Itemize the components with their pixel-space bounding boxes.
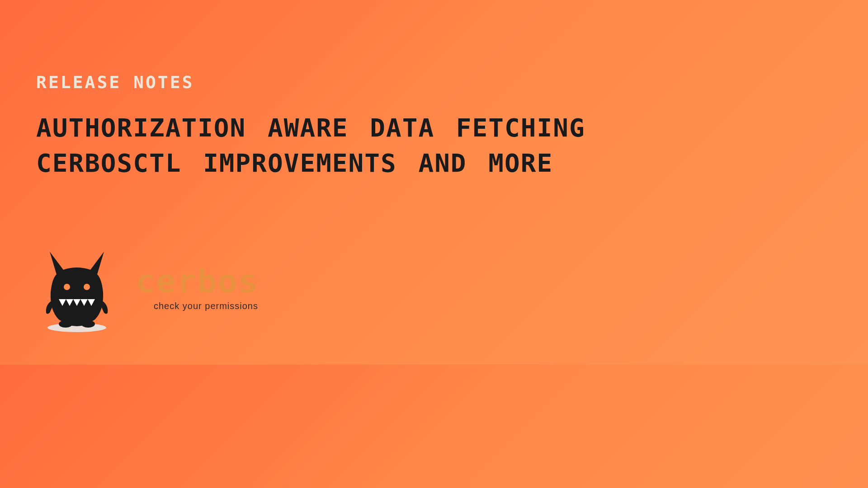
- brand-tagline: check your permissions: [154, 301, 259, 311]
- svg-point-1: [64, 284, 70, 290]
- logo-section: cerbos check your permissions: [36, 243, 259, 333]
- mascot-icon: [36, 243, 118, 333]
- svg-point-3: [59, 320, 72, 328]
- release-notes-label: RELEASE NOTES: [36, 72, 658, 92]
- main-content: RELEASE NOTES AUTHORIZATION AWARE DATA F…: [0, 0, 694, 181]
- brand-name: cerbos: [136, 265, 259, 297]
- svg-point-2: [84, 284, 90, 290]
- page-title: AUTHORIZATION AWARE DATA FETCHING CERBOS…: [36, 110, 658, 181]
- title-line-2: CERBOSCTL IMPROVEMENTS AND MORE: [36, 145, 658, 181]
- brand-block: cerbos check your permissions: [136, 265, 259, 311]
- title-line-1: AUTHORIZATION AWARE DATA FETCHING: [36, 110, 658, 145]
- svg-point-4: [81, 320, 95, 328]
